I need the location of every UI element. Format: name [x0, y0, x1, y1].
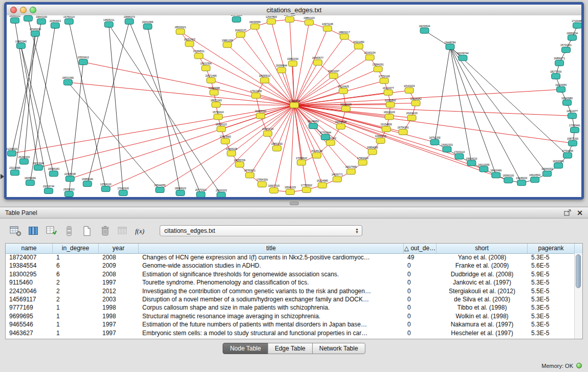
- graph-node[interactable]: 12106115: [340, 103, 352, 112]
- graph-node[interactable]: 19543200: [36, 16, 47, 24]
- graph-node[interactable]: 16959240: [82, 178, 93, 186]
- table-row[interactable]: 1938455462009Genome-wide association stu…: [6, 261, 575, 270]
- table-cell[interactable]: 0: [404, 261, 437, 270]
- graph-node[interactable]: 25260333: [18, 156, 30, 164]
- graph-node[interactable]: 18803217: [339, 31, 350, 39]
- graph-node[interactable]: 19961034: [287, 58, 298, 66]
- graph-node[interactable]: 14512077: [567, 110, 578, 118]
- table-cell[interactable]: 0: [404, 320, 437, 329]
- graph-edge[interactable]: [450, 47, 471, 163]
- table-cell[interactable]: 9115460: [6, 278, 53, 287]
- table-cell[interactable]: 0: [404, 312, 437, 320]
- graph-node[interactable]: 16754391: [398, 126, 409, 135]
- table-cell[interactable]: 1: [53, 329, 99, 337]
- graph-node[interactable]: 16164220: [406, 112, 417, 120]
- graph-node[interactable]: 18230544: [419, 25, 430, 33]
- table-cell[interactable]: 5.3E-5: [528, 329, 575, 337]
- graph-node[interactable]: 17702944: [320, 132, 331, 140]
- table-cell[interactable]: 5.3E-5: [528, 278, 575, 287]
- table-cell[interactable]: 9463627: [6, 329, 53, 337]
- table-cell[interactable]: 0: [404, 329, 437, 337]
- graph-node[interactable]: 19861295: [222, 39, 233, 48]
- table-row[interactable]: 911546021997Tourette syndrome. Phenomeno…: [6, 278, 575, 287]
- graph-node[interactable]: 14505211: [103, 19, 115, 27]
- splitter-handle-icon[interactable]: [290, 202, 299, 205]
- graph-edge[interactable]: [290, 105, 294, 192]
- graph-node[interactable]: 16321450: [353, 41, 364, 49]
- graph-node[interactable]: 17903560: [220, 136, 231, 144]
- graph-node[interactable]: 17704355: [562, 150, 573, 158]
- graph-node[interactable]: 16760114: [63, 16, 75, 24]
- graph-node[interactable]: 17913448: [250, 90, 262, 98]
- tab-network-table[interactable]: Network Table: [312, 343, 365, 354]
- graph-node[interactable]: 19904210: [466, 158, 477, 166]
- table-select-dropdown[interactable]: citations_edges.txt ▲▼: [160, 225, 362, 236]
- table-row[interactable]: 1830029562008Estimation of significance …: [6, 270, 575, 278]
- graph-node[interactable]: 16320991: [553, 160, 564, 168]
- graph-edge[interactable]: [109, 25, 123, 193]
- table-cell[interactable]: 1: [53, 320, 99, 329]
- column-header-pagerank[interactable]: pagerank: [528, 244, 575, 253]
- graph-node[interactable]: 15154082: [410, 98, 421, 106]
- graph-node[interactable]: 17750118: [379, 75, 390, 83]
- graph-node[interactable]: 16959102: [9, 15, 20, 23]
- graph-node[interactable]: 17033110: [454, 151, 465, 159]
- graph-node[interactable]: 19154806: [381, 123, 392, 132]
- column-header-title[interactable]: title: [139, 244, 404, 253]
- table-cell[interactable]: 22420046: [6, 287, 53, 295]
- graph-node[interactable]: 15052333: [441, 144, 452, 152]
- graph-node[interactable]: 19012354: [200, 62, 211, 71]
- graph-edge[interactable]: [241, 35, 294, 105]
- network-canvas[interactable]: 1724005918530021162514231728453119012354…: [7, 15, 581, 197]
- graph-node[interactable]: 17284531: [193, 50, 204, 58]
- graph-edge[interactable]: [294, 105, 317, 156]
- table-cell[interactable]: Disruption of a novel member of a sodium…: [139, 295, 404, 303]
- table-cell[interactable]: Genome-wide association studies in ADHD.: [139, 261, 404, 270]
- graph-node[interactable]: 10973245: [322, 23, 333, 31]
- column-header-name[interactable]: name: [6, 244, 53, 253]
- table-cell[interactable]: 2: [53, 295, 99, 303]
- graph-node[interactable]: 16983577: [312, 57, 323, 65]
- table-cell[interactable]: 5.3E-5: [528, 253, 575, 261]
- graph-edge[interactable]: [294, 105, 301, 163]
- table-cell[interactable]: 0: [404, 278, 437, 287]
- table-cell[interactable]: 9777169: [6, 303, 53, 312]
- graph-node[interactable]: 16924502: [529, 174, 540, 182]
- graph-edge[interactable]: [129, 21, 201, 194]
- graph-node[interactable]: 19224055: [555, 84, 567, 92]
- table-cell[interactable]: 49: [404, 253, 437, 261]
- table-row[interactable]: 2242004622012Investigating the contribut…: [6, 287, 575, 295]
- table-row[interactable]: 1456911722003Disruption of a novel membe…: [6, 295, 575, 303]
- table-cell[interactable]: 2008: [99, 253, 139, 261]
- table-cell[interactable]: 2: [53, 278, 99, 287]
- table-cell[interactable]: Tourette syndrome. Phenomenology and cla…: [139, 278, 404, 287]
- table-cell[interactable]: 2003: [99, 295, 139, 303]
- table-cell[interactable]: Yano et al. (2008): [437, 253, 528, 261]
- graph-node[interactable]: 16590100: [503, 174, 514, 183]
- graph-node[interactable]: 16906122: [215, 123, 227, 132]
- table-cell[interactable]: Dudbridge et al. (2008): [437, 270, 528, 278]
- graph-node[interactable]: 17755902: [301, 184, 312, 192]
- tab-node-table[interactable]: Node Table: [223, 343, 268, 354]
- minimize-window-button[interactable]: [20, 7, 27, 13]
- graph-node[interactable]: 10995733: [375, 135, 386, 143]
- table-cell[interactable]: 1998: [99, 303, 139, 312]
- graph-node[interactable]: 17963410: [357, 157, 368, 165]
- graph-node[interactable]: 16854092: [367, 146, 378, 155]
- scrollbar-thumb[interactable]: [576, 254, 581, 288]
- graph-node[interactable]: 20021067: [328, 70, 339, 78]
- graph-node[interactable]: 16209744: [457, 52, 468, 60]
- graph-node[interactable]: 19027665: [345, 166, 357, 174]
- graph-node[interactable]: 18671243: [210, 99, 222, 107]
- graph-node[interactable]: 17100482: [572, 20, 581, 28]
- memory-status-icon[interactable]: [576, 363, 582, 368]
- graph-node[interactable]: 16055090: [25, 177, 36, 185]
- graph-node[interactable]: 15790410: [212, 111, 224, 119]
- table-cell[interactable]: 5.3E-5: [528, 312, 575, 320]
- panel-splitter[interactable]: [0, 200, 588, 207]
- close-panel-icon[interactable]: ✕: [577, 209, 583, 216]
- table-cell[interactable]: 19384554: [6, 261, 53, 270]
- table-cell[interactable]: Estimation of significance thresholds fo…: [139, 270, 404, 278]
- graph-node[interactable]: 16916243: [384, 111, 395, 119]
- graph-node[interactable]: 17095610: [296, 157, 307, 165]
